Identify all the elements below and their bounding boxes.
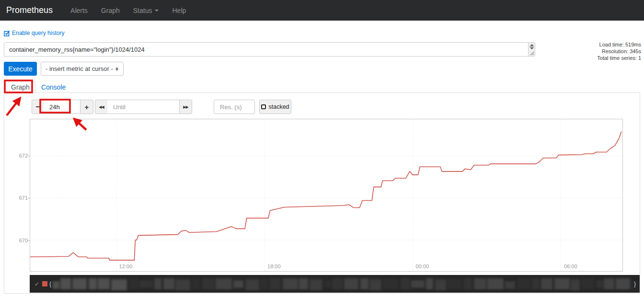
stat-load-time: Load time: 519ms <box>597 41 641 48</box>
updown-caret-icon <box>115 67 119 71</box>
until-input[interactable] <box>107 100 180 114</box>
insert-metric-dropdown[interactable]: - insert metric at cursor - <box>41 62 124 76</box>
nav-item-status-label: Status <box>133 7 152 14</box>
legend-close-brace: } <box>634 281 636 287</box>
legend-check-icon[interactable]: ✓ <box>34 281 39 287</box>
y-axis-tick-mark <box>28 240 30 241</box>
y-axis-tick-label: 671 <box>13 195 28 201</box>
x-axis-tick-label: 06:00 <box>564 263 577 269</box>
resolution-input[interactable] <box>214 100 255 114</box>
checkbox-unchecked-icon <box>261 104 266 109</box>
y-axis-tick-label: 672 <box>13 153 28 159</box>
spinner-down-icon <box>530 47 534 49</box>
chart-plot-area[interactable]: 12:0018:0000:0006:00 <box>30 119 623 272</box>
query-input-side-controls <box>528 43 535 56</box>
time-back-button[interactable]: ◀◀ <box>95 100 108 114</box>
stacked-toggle-button[interactable]: stacked <box>259 100 291 114</box>
checkbox-check-icon <box>4 30 10 36</box>
caret-down-icon <box>155 10 159 11</box>
insert-metric-dropdown-label: - insert metric at cursor - <box>46 65 113 72</box>
nav-item-help-label: Help <box>172 7 186 14</box>
legend-series-swatch <box>42 281 47 286</box>
resize-grip-icon[interactable] <box>529 51 534 56</box>
x-axis-tick-label: 18:00 <box>267 263 281 269</box>
query-stats: Load time: 519ms Resolution: 345s Total … <box>597 41 641 61</box>
nav-item-graph[interactable]: Graph <box>94 7 126 14</box>
range-increase-button[interactable]: + <box>80 100 93 114</box>
stat-resolution: Resolution: 345s <box>597 48 641 55</box>
query-expression-row <box>4 42 535 57</box>
legend-open-brace: { <box>49 281 51 287</box>
query-spinner[interactable] <box>529 43 535 50</box>
result-tabs: Graph Console <box>5 81 71 93</box>
brand-prometheus[interactable]: Prometheus <box>6 5 53 15</box>
stat-total-series: Total time series: 1 <box>597 55 641 61</box>
navbar: Prometheus Alerts Graph Status Help <box>0 0 644 21</box>
nav-item-help[interactable]: Help <box>165 7 193 14</box>
query-expression-input[interactable] <box>4 43 528 56</box>
legend-redacted-text <box>53 277 632 291</box>
caret-down-part <box>115 69 118 70</box>
time-forward-button[interactable]: ▶▶ <box>179 100 192 114</box>
spinner-divider <box>529 46 534 47</box>
enable-query-history-link[interactable]: Enable query history <box>4 30 64 36</box>
graph-panel: − + ◀◀ ▶▶ stacked 12:0018:0000:0006:00 ✓… <box>4 92 640 294</box>
nav-item-graph-label: Graph <box>101 7 120 14</box>
y-axis-tick-label: 670 <box>13 238 28 243</box>
y-axis-tick-mark <box>28 198 30 198</box>
y-axis-tick-mark <box>28 156 30 156</box>
range-input[interactable] <box>44 100 80 114</box>
stacked-label: stacked <box>268 103 289 110</box>
tab-console[interactable]: Console <box>35 81 71 93</box>
spinner-up-icon <box>530 44 534 46</box>
series-line <box>30 131 621 260</box>
caret-up-part <box>115 67 118 69</box>
range-decrease-button[interactable]: − <box>32 100 44 114</box>
nav-item-status[interactable]: Status <box>126 7 166 14</box>
prometheus-page: Prometheus Alerts Graph Status Help Enab… <box>0 0 644 297</box>
tab-graph[interactable]: Graph <box>5 81 35 93</box>
legend-bar[interactable]: ✓ { } <box>30 275 640 293</box>
execute-button[interactable]: Execute <box>4 62 37 76</box>
x-axis-tick-label: 00:00 <box>416 263 429 269</box>
enable-query-history-label: Enable query history <box>12 30 64 36</box>
nav-item-alerts[interactable]: Alerts <box>64 7 94 14</box>
nav-item-alerts-label: Alerts <box>70 7 88 14</box>
x-axis-tick-label: 12:00 <box>119 263 133 269</box>
